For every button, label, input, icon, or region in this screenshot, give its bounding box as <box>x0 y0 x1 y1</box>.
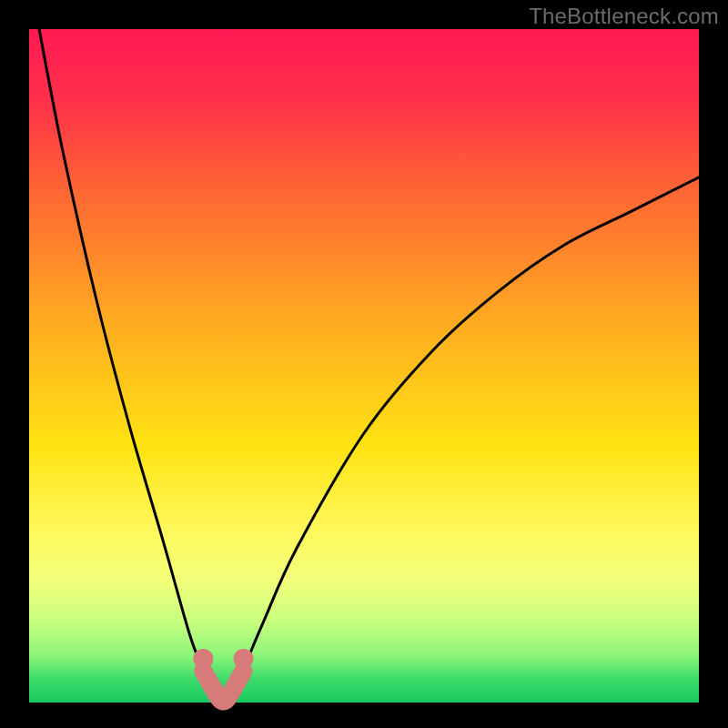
marker-left-dot <box>193 649 213 669</box>
plot-background <box>29 29 699 703</box>
watermark-text: TheBottleneck.com <box>529 4 719 29</box>
chart-frame: { "watermark": "TheBottleneck.com", "cha… <box>0 0 728 728</box>
chart-svg <box>0 0 728 728</box>
marker-right-dot <box>234 649 254 669</box>
